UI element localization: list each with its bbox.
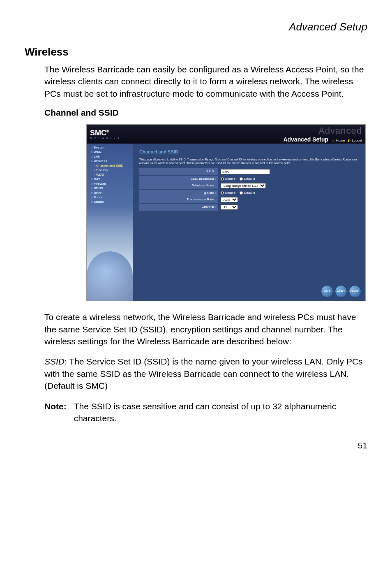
home-link[interactable]: Home — [336, 139, 345, 142]
radio-dot-icon — [240, 191, 243, 195]
g-nitro-disable[interactable]: Disable — [240, 191, 255, 195]
row-g-nitro: g Nitro : Enable Disable — [139, 190, 359, 196]
note-text: The SSID is case sensitive and can consi… — [74, 400, 367, 425]
radio-dot-icon — [221, 191, 224, 195]
nav-status[interactable]: ○ Status — [87, 200, 133, 204]
page-header-title: Advanced Setup — [25, 21, 367, 33]
apply-button[interactable]: APPLY — [335, 285, 347, 297]
ssid-desc-rest: : The Service Set ID (SSID) is the name … — [44, 357, 363, 390]
topbar-right: Advanced Setup ⌂Home ◐Logout — [283, 136, 362, 143]
label-ssid: SSID : — [139, 168, 218, 175]
paragraph-2: To create a wireless network, the Wirele… — [44, 311, 367, 347]
home-icon[interactable]: ⌂ — [332, 139, 334, 142]
paragraph-3: SSID: The Service Set ID (SSID) is the n… — [44, 355, 367, 392]
label-transmission-rate: Transmission Rate : — [139, 196, 218, 203]
wireless-mode-select[interactable]: Long Range Mixed (11b+11g) — [221, 183, 266, 188]
ssid-input[interactable] — [221, 169, 270, 174]
nav-wireless[interactable]: ○ Wireless — [87, 159, 133, 163]
row-channel: Channel : 11 — [139, 204, 359, 211]
page-number: 51 — [25, 441, 367, 450]
ssid-broadcast-disable[interactable]: Disable — [240, 177, 255, 181]
note-block: Note: The SSID is case sensitive and can… — [44, 400, 367, 425]
section-title-wireless: Wireless — [25, 46, 367, 58]
nav-system[interactable]: ○ System — [87, 145, 133, 150]
help-button[interactable]: HELP — [321, 285, 333, 297]
row-ssid: SSID : — [139, 168, 359, 175]
row-ssid-broadcast: SSID Broadcast : Enable Disable — [139, 176, 359, 182]
cancel-button[interactable]: CANCEL — [349, 285, 361, 297]
sidebar: ○ System ○ WAN ○ LAN ○ Wireless ◦ Channe… — [87, 144, 133, 301]
row-wireless-mode: Wireless Mode : Long Range Mixed (11b+11… — [139, 182, 359, 189]
label-wireless-mode: Wireless Mode : — [139, 182, 218, 189]
nav-wds[interactable]: ◦ WDS — [87, 172, 133, 177]
row-transmission-rate: Transmission Rate : Auto — [139, 196, 359, 203]
nav-tools[interactable]: ○ Tools — [87, 195, 133, 200]
ssid-term: SSID — [44, 357, 65, 366]
subsection-title: Channel and SSID — [44, 108, 367, 118]
nav-nat[interactable]: ○ NAT — [87, 177, 133, 181]
content-title: Channel and SSID — [139, 149, 359, 154]
channel-select[interactable]: 11 — [221, 204, 238, 210]
content-description: This page allows you to define SSID, Tra… — [139, 158, 359, 165]
nav-channel-ssid[interactable]: ◦ Channel and SSID — [87, 163, 133, 168]
intro-paragraph: The Wireless Barricade can easily be con… — [44, 63, 367, 100]
content-panel: Channel and SSID This page allows you to… — [133, 144, 365, 301]
sidebar-decorative-image — [87, 251, 133, 301]
label-g-nitro: g Nitro : — [139, 190, 218, 196]
note-label: Note: — [44, 400, 67, 425]
logo-reg: ® — [106, 129, 109, 133]
smc-logo: SMC® — [90, 129, 109, 137]
radio-dot-icon — [240, 177, 243, 181]
nav-security[interactable]: ◦ Security — [87, 168, 133, 172]
ghost-advanced-text: Advanced — [318, 125, 362, 136]
ssid-broadcast-enable[interactable]: Enable — [221, 177, 235, 181]
action-buttons: HELP APPLY CANCEL — [321, 285, 361, 297]
g-nitro-enable[interactable]: Enable — [221, 191, 235, 195]
logo-area: SMC® N e t w o r k s — [90, 129, 120, 139]
top-links: ⌂Home ◐Logout — [331, 139, 362, 142]
logo-subtext: N e t w o r k s — [90, 137, 120, 139]
nav-ddns[interactable]: ○ DDNS — [87, 186, 133, 190]
logout-link[interactable]: Logout — [352, 139, 362, 142]
logout-icon[interactable]: ◐ — [348, 139, 350, 142]
nav-wan[interactable]: ○ WAN — [87, 150, 133, 154]
advanced-setup-label: Advanced Setup — [283, 136, 328, 143]
router-screenshot: SMC® N e t w o r k s Advanced Advanced S… — [86, 124, 366, 301]
nav-upnp[interactable]: ○ UPnP — [87, 190, 133, 195]
label-channel: Channel : — [139, 204, 218, 211]
logo-text: SMC — [90, 129, 106, 137]
transmission-rate-select[interactable]: Auto — [221, 197, 238, 202]
radio-dot-icon — [221, 177, 224, 181]
nav-firewall[interactable]: ○ Firewall — [87, 181, 133, 186]
screenshot-body: ○ System ○ WAN ○ LAN ○ Wireless ◦ Channe… — [87, 144, 365, 301]
screenshot-topbar: SMC® N e t w o r k s Advanced Advanced S… — [87, 125, 365, 144]
label-ssid-broadcast: SSID Broadcast : — [139, 176, 218, 182]
nav-lan[interactable]: ○ LAN — [87, 154, 133, 159]
